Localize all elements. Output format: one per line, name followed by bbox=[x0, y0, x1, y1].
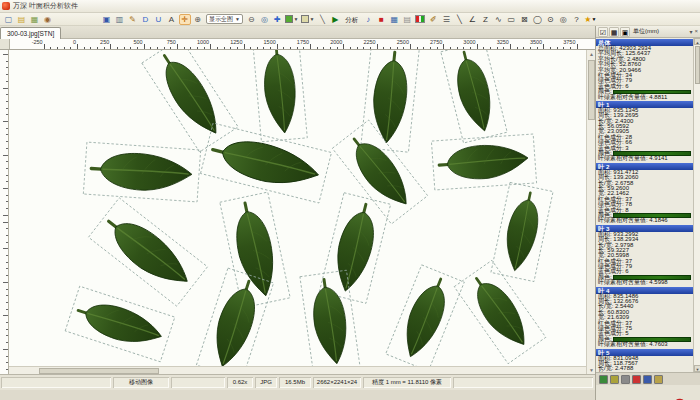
status-cell: 2662×2241×24 bbox=[313, 377, 361, 388]
save-results-icon[interactable]: ▣ bbox=[620, 27, 630, 37]
measurement-panel: ☑ ▦ ▣ 单位(mm) ▾ × 总体总面积: 42303.2934平均周长: … bbox=[595, 26, 700, 400]
status-bar: 移动图像0.62xJPG16.5Mb2662×2241×24精度 1 mm = … bbox=[0, 374, 595, 390]
ruler-label: 2500 bbox=[397, 39, 409, 45]
ruler-label: 2000 bbox=[330, 39, 342, 45]
run-analysis-icon[interactable]: ▶ bbox=[329, 14, 341, 25]
measure-polyline-icon[interactable]: Z bbox=[479, 14, 491, 25]
list-icon[interactable]: ☰ bbox=[440, 14, 452, 25]
unit-dropdown[interactable]: 单位(mm) bbox=[633, 27, 659, 36]
ruler-label: 750 bbox=[167, 39, 176, 45]
app-icon bbox=[2, 2, 10, 10]
status-cell: 移动图像 bbox=[113, 377, 169, 388]
ruler-label: 1250 bbox=[230, 39, 242, 45]
panel-scrollbar[interactable]: ▲ ▼ bbox=[693, 38, 700, 372]
text-tool-icon[interactable]: A bbox=[166, 14, 178, 25]
measure-line-icon[interactable]: ╲ bbox=[453, 14, 465, 25]
ruler-label: 3750 bbox=[563, 39, 575, 45]
measurement-row: 叶绿素相对含量值: 4.8811 bbox=[596, 95, 693, 100]
document-tab[interactable]: 300-03.jpg[STN] bbox=[0, 27, 61, 39]
status-cell-empty bbox=[1, 377, 111, 388]
pin-panel-icon[interactable]: ▾ bbox=[689, 28, 692, 35]
measurement-row: 叶绿素相对含量值: 4.9141 bbox=[596, 156, 693, 161]
open-folder-icon[interactable]: ▤ bbox=[16, 14, 28, 25]
measure-rect-cross-icon[interactable]: ⊠ bbox=[518, 14, 530, 25]
analyze-button[interactable]: 分析 bbox=[342, 14, 361, 25]
ruler-label: 1750 bbox=[297, 39, 309, 45]
canvas-area[interactable]: ▲ ▼ bbox=[0, 50, 595, 374]
ruler-label: 3000 bbox=[463, 39, 475, 45]
flag-icon[interactable] bbox=[414, 14, 426, 25]
page-down-icon[interactable]: D bbox=[140, 14, 152, 25]
panel-header: ☑ ▦ ▣ 单位(mm) ▾ × bbox=[596, 26, 700, 38]
close-panel-icon[interactable]: × bbox=[694, 28, 698, 35]
table-icon[interactable]: ▦ bbox=[388, 14, 400, 25]
ruler-label: 3250 bbox=[497, 39, 509, 45]
measure-rect-icon[interactable]: ▭ bbox=[505, 14, 517, 25]
measure-ring-icon[interactable]: ◎ bbox=[557, 14, 569, 25]
measure-curve-icon[interactable]: ∿ bbox=[492, 14, 504, 25]
app-title: 万深 叶面积分析软件 bbox=[13, 1, 78, 11]
measure-angle-icon[interactable]: ∠ bbox=[466, 14, 478, 25]
red-marker-icon[interactable]: ■ bbox=[375, 14, 387, 25]
view-mode-dropdown[interactable]: 显示全图▼ bbox=[206, 14, 243, 24]
settings-icon[interactable] bbox=[643, 375, 652, 384]
measure-ellipse-icon[interactable]: ◯ bbox=[531, 14, 543, 25]
zoom-out-icon[interactable]: ⊖ bbox=[245, 14, 257, 25]
ruler-corner bbox=[0, 39, 10, 49]
help-icon[interactable]: ? bbox=[570, 14, 582, 25]
measurement-row: 叶绿素相对含量值: 4.7603 bbox=[596, 342, 693, 347]
panel-footer-toolbar bbox=[596, 372, 700, 385]
status-cell: 16.5Mb bbox=[279, 377, 311, 388]
leaf-image-canvas[interactable] bbox=[9, 50, 586, 366]
ruler-label: 0 bbox=[73, 39, 76, 45]
canvas-horizontal-scrollbar[interactable] bbox=[9, 366, 586, 374]
status-cell-empty bbox=[453, 377, 593, 388]
table-export-icon[interactable]: ▦ bbox=[609, 27, 619, 37]
delete-results-icon[interactable] bbox=[632, 375, 641, 384]
move-arrows-icon[interactable]: ✚ bbox=[271, 14, 283, 25]
ruler-label: 1500 bbox=[264, 39, 276, 45]
status-cell: 0.62x bbox=[227, 377, 253, 388]
note-icon[interactable]: ♪ bbox=[362, 14, 374, 25]
measurement-row: 叶绿素相对含量值: 4.5998 bbox=[596, 280, 693, 285]
export-doc-icon[interactable] bbox=[621, 375, 630, 384]
edit-pencil-icon[interactable]: ✎ bbox=[127, 14, 139, 25]
ruler-label: 1000 bbox=[197, 39, 209, 45]
print-icon[interactable]: ▥ bbox=[114, 14, 126, 25]
select-all-icon[interactable]: ☑ bbox=[598, 27, 608, 37]
grid-icon[interactable]: ▤ bbox=[401, 14, 413, 25]
vertical-ruler bbox=[0, 50, 9, 374]
status-cell: 精度 1 mm = 11.8110 像素 bbox=[363, 377, 451, 388]
favorites-dropdown[interactable]: ★▼ bbox=[583, 14, 597, 25]
document-tab-bar: 300-03.jpg[STN] bbox=[0, 26, 595, 39]
zoom-in-icon[interactable]: ⊕ bbox=[192, 14, 204, 25]
status-cell-empty bbox=[171, 377, 225, 388]
panel-logo-area bbox=[596, 385, 700, 400]
measure-circle-icon[interactable]: ⊙ bbox=[544, 14, 556, 25]
main-toolbar: ▢▤▦◉▣▥✎DUA✛⊕显示全图▼⊖◎✚▼▼╲▶分析♪■▦▤✐☰╲∠Z∿▭⊠◯⊙… bbox=[0, 13, 700, 26]
page-up-icon[interactable]: U bbox=[153, 14, 165, 25]
results-list: 总体总面积: 42303.2934平均周长: 125.6437平均长/宽: 2.… bbox=[596, 38, 694, 372]
camera-icon[interactable]: ◉ bbox=[42, 14, 54, 25]
yellow-layer-dropdown[interactable]: ▼ bbox=[300, 14, 315, 25]
pan-hand-icon[interactable]: ✛ bbox=[179, 14, 191, 25]
brand-logo bbox=[643, 394, 697, 400]
ruler-label: 500 bbox=[133, 39, 142, 45]
save-icon[interactable]: ▣ bbox=[101, 14, 113, 25]
green-layer-dropdown[interactable]: ▼ bbox=[284, 14, 299, 25]
open-results-icon[interactable] bbox=[654, 375, 663, 384]
new-icon[interactable]: ▢ bbox=[3, 14, 15, 25]
horizontal-ruler: -250025050075010001250150017502000225025… bbox=[0, 39, 595, 50]
export-chart-icon[interactable] bbox=[610, 375, 619, 384]
preview-eye-icon[interactable]: ◎ bbox=[258, 14, 270, 25]
image-icon[interactable]: ▦ bbox=[29, 14, 41, 25]
canvas-vertical-scrollbar[interactable]: ▲ ▼ bbox=[586, 50, 595, 374]
draw-pencil-icon[interactable]: ✐ bbox=[427, 14, 439, 25]
app-window: 万深 叶面积分析软件 ▢▤▦◉▣▥✎DUA✛⊕显示全图▼⊖◎✚▼▼╲▶分析♪■▦… bbox=[0, 0, 700, 400]
window-bottom-edge bbox=[0, 390, 595, 400]
ruler-label: 3500 bbox=[530, 39, 542, 45]
ruler-label: 2250 bbox=[363, 39, 375, 45]
title-bar: 万深 叶面积分析软件 bbox=[0, 0, 700, 13]
export-excel-icon[interactable] bbox=[599, 375, 608, 384]
line-tool-icon[interactable]: ╲ bbox=[316, 14, 328, 25]
